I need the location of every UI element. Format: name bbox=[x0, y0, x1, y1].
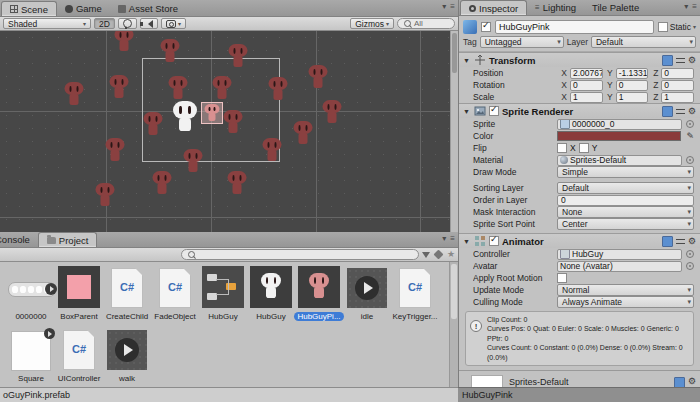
project-asset[interactable]: 0000000 bbox=[8, 266, 54, 326]
axis-value-field[interactable]: 1 bbox=[661, 92, 694, 103]
draw-mode-dropdown[interactable]: Simple bbox=[557, 166, 694, 178]
axis-value-field[interactable]: 0 bbox=[661, 68, 694, 79]
project-asset[interactable]: idle bbox=[344, 266, 390, 326]
gear-icon[interactable]: ⚙ bbox=[688, 377, 696, 386]
gear-icon[interactable]: ⚙ bbox=[688, 237, 696, 246]
order-in-layer-field[interactable]: 0 bbox=[557, 195, 694, 206]
sorting-layer-dropdown[interactable]: Default bbox=[557, 182, 694, 194]
help-icon[interactable] bbox=[662, 55, 673, 66]
transform-header[interactable]: ▼ Transform ⚙ bbox=[459, 52, 700, 67]
scene-effects-button[interactable]: ▾ bbox=[161, 18, 186, 29]
component-enabled-checkbox[interactable] bbox=[489, 236, 499, 246]
tab-console[interactable]: Console bbox=[0, 232, 38, 247]
axis-value-field[interactable]: 1 bbox=[616, 92, 649, 103]
gameobject-name-field[interactable]: HubGuyPink bbox=[495, 20, 654, 34]
axis-value-field[interactable]: -1.133188 bbox=[616, 68, 649, 79]
project-scrollbar[interactable] bbox=[449, 262, 458, 387]
scene-sprite[interactable] bbox=[228, 171, 247, 195]
preset-icon[interactable] bbox=[676, 107, 685, 116]
scene-sprite-selected[interactable] bbox=[205, 104, 220, 122]
tag-dropdown[interactable]: Untagged bbox=[480, 36, 564, 48]
help-icon[interactable] bbox=[662, 236, 673, 247]
scene-sprite[interactable] bbox=[110, 75, 129, 99]
culling-mode-dropdown[interactable]: Always Animate bbox=[557, 296, 694, 308]
scene-sprite[interactable] bbox=[96, 183, 115, 207]
help-icon[interactable] bbox=[674, 377, 685, 387]
axis-value-field[interactable]: 0 bbox=[661, 80, 694, 91]
scene-scrollbar[interactable] bbox=[450, 31, 458, 232]
scene-sprite[interactable] bbox=[161, 39, 180, 63]
scene-lighting-button[interactable] bbox=[118, 18, 137, 29]
axis-value-field[interactable]: 0 bbox=[616, 80, 649, 91]
scene-sprite[interactable] bbox=[144, 112, 163, 136]
scene-sprite[interactable] bbox=[153, 171, 172, 195]
mask-interaction-dropdown[interactable]: None bbox=[557, 206, 694, 218]
2d-toggle-button[interactable]: 2D bbox=[94, 18, 115, 29]
sprite-object-field[interactable]: 0000000_0 bbox=[557, 119, 682, 130]
project-asset[interactable]: HubGuyPi... bbox=[296, 266, 342, 326]
project-asset[interactable]: HubGuy bbox=[200, 266, 246, 326]
scene-sprite[interactable] bbox=[213, 76, 232, 100]
preset-icon[interactable] bbox=[676, 237, 685, 246]
tab-tile-palette[interactable]: Tile Palette bbox=[584, 0, 647, 15]
scene-search-input[interactable]: All bbox=[397, 18, 455, 29]
tab-asset-store[interactable]: Asset Store bbox=[110, 1, 186, 16]
object-picker-icon[interactable] bbox=[686, 250, 694, 258]
scene-sprite[interactable] bbox=[173, 101, 197, 133]
scene-sprite[interactable] bbox=[65, 82, 84, 106]
preset-icon[interactable] bbox=[676, 56, 685, 65]
apply-root-motion-checkbox[interactable] bbox=[557, 273, 567, 283]
favorites-icon[interactable]: ★ bbox=[447, 250, 455, 259]
component-enabled-checkbox[interactable] bbox=[489, 106, 499, 116]
axis-value-field[interactable]: 1 bbox=[570, 92, 603, 103]
scene-sprite[interactable] bbox=[323, 100, 342, 124]
scene-sprite[interactable] bbox=[294, 121, 313, 145]
project-asset[interactable]: C#FadeObject bbox=[152, 266, 198, 326]
material-object-field[interactable]: Sprites-Default bbox=[557, 155, 682, 166]
object-picker-icon[interactable] bbox=[686, 262, 694, 270]
sprite-sort-point-dropdown[interactable]: Center bbox=[557, 218, 694, 230]
active-checkbox[interactable] bbox=[481, 22, 491, 32]
static-checkbox[interactable] bbox=[658, 22, 668, 32]
avatar-object-field[interactable]: None (Avatar) bbox=[557, 261, 682, 272]
project-asset[interactable]: Square bbox=[8, 328, 54, 387]
project-asset[interactable]: C#KeyTrigger... bbox=[392, 266, 438, 326]
help-icon[interactable] bbox=[662, 106, 673, 117]
foldout-icon[interactable]: ▼ bbox=[463, 57, 471, 64]
search-by-type-icon[interactable] bbox=[422, 252, 430, 258]
tab-scene[interactable]: Scene bbox=[1, 1, 57, 16]
static-toggle[interactable]: Static ▾ bbox=[658, 22, 696, 32]
search-by-label-icon[interactable] bbox=[433, 250, 443, 260]
gear-icon[interactable]: ⚙ bbox=[688, 56, 696, 65]
flip-y-checkbox[interactable] bbox=[579, 143, 589, 153]
eyedropper-icon[interactable]: ✎ bbox=[686, 131, 694, 141]
project-asset[interactable]: HubGuy bbox=[248, 266, 294, 326]
animator-header[interactable]: ▼ Animator ⚙ bbox=[459, 233, 700, 248]
project-asset[interactable]: C#CreateChild bbox=[104, 266, 150, 326]
scene-sprite[interactable] bbox=[169, 76, 188, 100]
gizmos-dropdown[interactable]: Gizmos ▾ bbox=[350, 18, 394, 29]
scene-sprite[interactable] bbox=[263, 138, 282, 162]
flip-x-checkbox[interactable] bbox=[557, 143, 567, 153]
update-mode-dropdown[interactable]: Normal bbox=[557, 284, 694, 296]
scene-canvas[interactable] bbox=[0, 31, 458, 232]
tab-game[interactable]: Game bbox=[57, 1, 110, 16]
object-picker-icon[interactable] bbox=[686, 120, 694, 128]
tab-project[interactable]: Project bbox=[38, 232, 98, 247]
tab-inspector[interactable]: Inspector bbox=[460, 0, 527, 15]
foldout-icon[interactable]: ▼ bbox=[463, 238, 471, 245]
scene-sprite[interactable] bbox=[224, 110, 243, 134]
object-picker-icon[interactable] bbox=[686, 156, 694, 164]
scene-tab-options[interactable]: ▾≡ bbox=[442, 2, 455, 11]
project-asset[interactable]: BoxParent bbox=[56, 266, 102, 326]
shading-mode-dropdown[interactable]: Shaded ▾ bbox=[3, 18, 91, 29]
gear-icon[interactable]: ⚙ bbox=[688, 107, 696, 116]
scene-sprite[interactable] bbox=[309, 65, 328, 89]
inspector-tab-options[interactable]: ▾≡ bbox=[684, 2, 697, 11]
scene-sprite[interactable] bbox=[229, 44, 248, 68]
controller-object-field[interactable]: HubGuy bbox=[557, 249, 682, 260]
scene-audio-button[interactable] bbox=[140, 18, 158, 29]
scene-sprite[interactable] bbox=[184, 149, 203, 173]
asset-grid[interactable]: 0000000BoxParentC#CreateChildC#FadeObjec… bbox=[0, 262, 450, 387]
scene-sprite[interactable] bbox=[106, 138, 125, 162]
